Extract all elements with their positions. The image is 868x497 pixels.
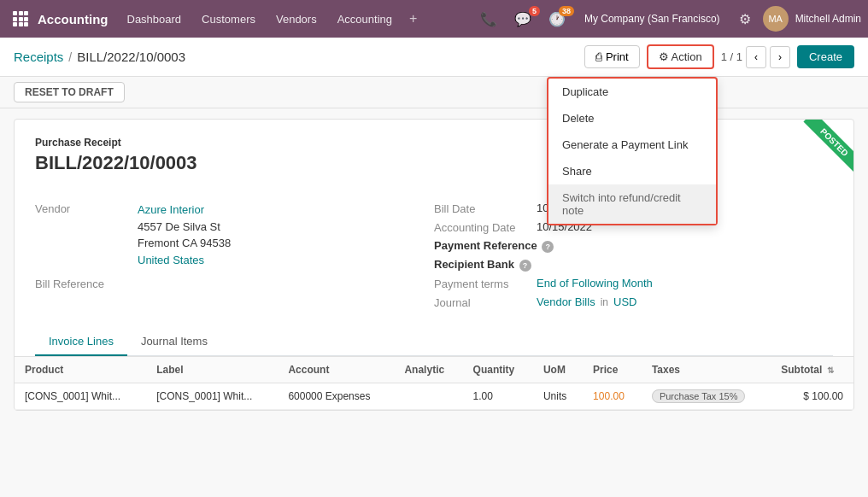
journal-value: Vendor Bills in USD: [537, 295, 636, 308]
vendor-label: Vendor: [35, 202, 138, 215]
vendor-address: Azure Interior 4557 De Silva St Fremont …: [138, 202, 231, 268]
svg-rect-2: [24, 11, 28, 15]
journal-label: Journal: [434, 295, 537, 309]
user-name[interactable]: Mitchell Admin: [795, 13, 861, 25]
nav-customers[interactable]: Customers: [193, 8, 264, 31]
accounting-date-label: Accounting Date: [434, 220, 537, 234]
vendor-addr3[interactable]: United States: [138, 252, 231, 269]
cell-price: 100.00: [583, 383, 642, 410]
recipient-bank-help[interactable]: ?: [519, 260, 531, 272]
payment-ref-help[interactable]: ?: [542, 241, 554, 253]
vendor-addr2: Fremont CA 94538: [138, 235, 231, 252]
col-product: Product: [15, 357, 146, 383]
company-name[interactable]: My Company (San Francisco): [578, 9, 727, 28]
nav-add-icon[interactable]: +: [404, 6, 422, 32]
svg-rect-6: [13, 22, 17, 26]
breadcrumb-separator: /: [68, 50, 72, 64]
tabs-bar: Invoice Lines Journal Items: [35, 328, 833, 356]
nav-accounting[interactable]: Accounting: [329, 8, 401, 31]
breadcrumb-bar: Receipts / BILL/2022/10/0003 ⎙ Print ⚙ A…: [0, 38, 868, 77]
settings-icon[interactable]: ⚙: [734, 8, 756, 31]
payment-terms-field: Payment terms End of Following Month: [434, 277, 833, 290]
tab-invoice-lines[interactable]: Invoice Lines: [35, 328, 127, 356]
col-subtotal: Subtotal ⇅: [771, 357, 853, 383]
pagination-text: 1 / 1: [721, 50, 742, 63]
col-analytic: Analytic: [394, 357, 462, 383]
nav-vendors[interactable]: Vendors: [267, 8, 326, 31]
vendor-addr1: 4557 De Silva St: [138, 219, 231, 236]
col-account: Account: [278, 357, 394, 383]
invoice-table: Product Label Account Analytic Quantity …: [15, 356, 853, 410]
nav-icon-group: 📞 💬 5 🕐 38 My Company (San Francisco) ⚙ …: [475, 6, 861, 32]
svg-rect-7: [19, 22, 23, 26]
tax-badge: Purchase Tax 15%: [652, 389, 746, 403]
svg-rect-5: [24, 17, 28, 21]
recipient-bank-field: Recipient Bank ?: [434, 258, 833, 272]
col-label: Label: [146, 357, 278, 383]
col-taxes: Taxes: [642, 357, 771, 383]
phone-icon[interactable]: 📞: [475, 8, 502, 31]
payment-terms-value[interactable]: End of Following Month: [537, 277, 653, 289]
col-uom: UoM: [533, 357, 583, 383]
nav-dashboard[interactable]: Dashboard: [119, 8, 191, 31]
table-header-row: Product Label Account Analytic Quantity …: [15, 357, 853, 383]
create-button[interactable]: Create: [797, 45, 854, 68]
cell-uom: Units: [533, 383, 583, 410]
journal-in: in: [601, 296, 608, 308]
recipient-bank-label: Recipient Bank ?: [434, 258, 571, 272]
chat-icon[interactable]: 💬 5: [509, 8, 537, 31]
svg-rect-4: [19, 17, 23, 21]
form-toolbar: RESET TO DRAFT: [0, 77, 868, 108]
bill-ref-label: Bill Reference: [35, 277, 138, 290]
action-dropdown: Duplicate Delete Generate a Payment Link…: [547, 77, 718, 225]
app-grid-icon[interactable]: [7, 5, 34, 32]
breadcrumb-parent[interactable]: Receipts: [14, 50, 63, 64]
journal-currency[interactable]: USD: [613, 295, 636, 308]
svg-rect-3: [13, 17, 17, 21]
sort-icon[interactable]: ⇅: [827, 365, 834, 375]
journal-name[interactable]: Vendor Bills: [537, 295, 595, 308]
top-nav: Accounting Dashboard Customers Vendors A…: [0, 0, 868, 38]
svg-rect-1: [19, 11, 23, 15]
pagination: 1 / 1 ‹ ›: [721, 46, 790, 68]
dropdown-delete[interactable]: Delete: [548, 105, 716, 132]
clock-icon[interactable]: 🕐 38: [543, 8, 571, 31]
vendor-field: Vendor Azure Interior 4557 De Silva St F…: [35, 202, 434, 268]
journal-field: Journal Vendor Bills in USD: [434, 295, 833, 309]
bill-reference-field: Bill Reference: [35, 277, 434, 290]
print-button[interactable]: ⎙ Print: [584, 45, 639, 68]
cell-account: 600000 Expenses: [278, 383, 394, 410]
app-name: Accounting: [38, 12, 108, 26]
action-button[interactable]: ⚙ Action: [647, 44, 714, 69]
breadcrumb-current: BILL/2022/10/0003: [77, 50, 185, 64]
cell-subtotal: $ 100.00: [771, 383, 853, 410]
dropdown-share[interactable]: Share: [548, 158, 716, 184]
posted-banner: POSTED: [785, 120, 853, 188]
dropdown-duplicate[interactable]: Duplicate: [548, 79, 716, 105]
col-price: Price: [583, 357, 642, 383]
clock-badge: 38: [559, 6, 574, 16]
form-header: Purchase Receipt BILL/2022/10/0003: [15, 120, 853, 202]
payment-terms-label: Payment terms: [434, 277, 537, 290]
posted-status: POSTED: [803, 120, 853, 173]
dropdown-refund[interactable]: Switch into refund/credit note: [548, 184, 716, 224]
left-column: Vendor Azure Interior 4557 De Silva St F…: [35, 202, 434, 314]
cell-product: [CONS_0001] Whit...: [15, 383, 146, 410]
col-quantity: Quantity: [463, 357, 533, 383]
svg-rect-0: [13, 11, 17, 15]
table-row[interactable]: [CONS_0001] Whit... [CONS_0001] Whit... …: [15, 383, 853, 410]
dropdown-payment-link[interactable]: Generate a Payment Link: [548, 132, 716, 158]
payment-ref-label: Payment Reference ?: [434, 239, 571, 253]
avatar[interactable]: MA: [763, 6, 789, 32]
prev-button[interactable]: ‹: [746, 46, 766, 68]
vendor-name[interactable]: Azure Interior: [138, 202, 231, 219]
main-form: POSTED Purchase Receipt BILL/2022/10/000…: [14, 119, 854, 411]
breadcrumb-actions: ⎙ Print ⚙ Action 1 / 1 ‹ › Create Duplic…: [584, 44, 854, 69]
cell-analytic: [394, 383, 462, 410]
next-button[interactable]: ›: [770, 46, 790, 68]
payment-ref-field: Payment Reference ?: [434, 239, 833, 253]
tab-journal-items[interactable]: Journal Items: [127, 328, 221, 356]
cell-taxes: Purchase Tax 15%: [642, 383, 771, 410]
cell-label: [CONS_0001] Whit...: [146, 383, 278, 410]
reset-to-draft-button[interactable]: RESET TO DRAFT: [14, 82, 125, 102]
